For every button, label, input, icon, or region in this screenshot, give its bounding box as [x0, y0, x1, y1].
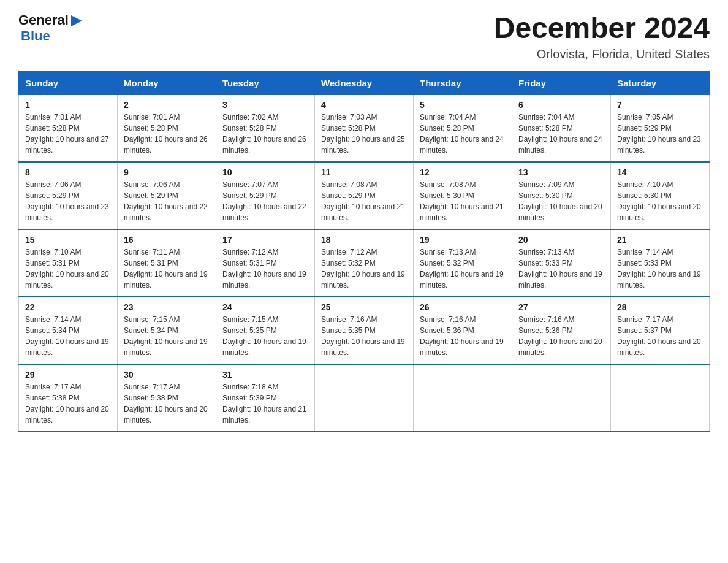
day-info: Sunrise: 7:18 AMSunset: 5:39 PMDaylight:… — [222, 381, 308, 426]
calendar-cell: 20Sunrise: 7:13 AMSunset: 5:33 PMDayligh… — [512, 229, 611, 297]
day-info: Sunrise: 7:16 AMSunset: 5:36 PMDaylight:… — [420, 314, 506, 358]
calendar-cell: 8Sunrise: 7:06 AMSunset: 5:29 PMDaylight… — [19, 162, 118, 229]
day-number: 6 — [518, 100, 604, 110]
calendar-cell: 17Sunrise: 7:12 AMSunset: 5:31 PMDayligh… — [216, 229, 315, 297]
day-number: 29 — [25, 370, 111, 380]
day-number: 9 — [124, 167, 210, 177]
calendar-cell: 22Sunrise: 7:14 AMSunset: 5:34 PMDayligh… — [19, 297, 118, 364]
logo-general-text: General — [18, 12, 69, 28]
calendar-cell — [611, 364, 710, 432]
calendar-cell: 3Sunrise: 7:02 AMSunset: 5:28 PMDaylight… — [216, 94, 315, 162]
calendar-cell: 15Sunrise: 7:10 AMSunset: 5:31 PMDayligh… — [19, 229, 118, 297]
day-number: 22 — [25, 302, 111, 312]
calendar-cell: 21Sunrise: 7:14 AMSunset: 5:33 PMDayligh… — [611, 229, 710, 297]
calendar-cell: 7Sunrise: 7:05 AMSunset: 5:29 PMDaylight… — [611, 94, 710, 162]
day-number: 30 — [124, 370, 210, 380]
calendar-cell: 6Sunrise: 7:04 AMSunset: 5:28 PMDaylight… — [512, 94, 611, 162]
day-info: Sunrise: 7:04 AMSunset: 5:28 PMDaylight:… — [518, 112, 604, 156]
day-info: Sunrise: 7:09 AMSunset: 5:30 PMDaylight:… — [518, 179, 604, 223]
calendar-cell: 26Sunrise: 7:16 AMSunset: 5:36 PMDayligh… — [414, 297, 512, 364]
day-number: 18 — [321, 235, 407, 245]
calendar-cell: 27Sunrise: 7:16 AMSunset: 5:36 PMDayligh… — [512, 297, 611, 364]
calendar-title: December 2024 — [494, 12, 710, 45]
day-number: 2 — [124, 100, 210, 110]
day-number: 4 — [321, 100, 407, 110]
svg-marker-0 — [71, 15, 82, 26]
day-info: Sunrise: 7:11 AMSunset: 5:31 PMDaylight:… — [124, 247, 210, 291]
day-info: Sunrise: 7:06 AMSunset: 5:29 PMDaylight:… — [124, 179, 210, 223]
day-info: Sunrise: 7:07 AMSunset: 5:29 PMDaylight:… — [222, 179, 308, 223]
day-info: Sunrise: 7:02 AMSunset: 5:28 PMDaylight:… — [222, 112, 308, 156]
calendar-cell — [315, 364, 414, 432]
calendar-cell — [512, 364, 611, 432]
calendar-cell: 16Sunrise: 7:11 AMSunset: 5:31 PMDayligh… — [118, 229, 216, 297]
day-number: 25 — [321, 302, 407, 312]
calendar-cell: 11Sunrise: 7:08 AMSunset: 5:29 PMDayligh… — [315, 162, 414, 229]
logo: General Blue — [18, 12, 83, 44]
calendar-cell: 25Sunrise: 7:16 AMSunset: 5:35 PMDayligh… — [315, 297, 414, 364]
day-info: Sunrise: 7:01 AMSunset: 5:28 PMDaylight:… — [25, 112, 111, 156]
header-friday: Friday — [512, 71, 611, 94]
day-number: 5 — [420, 100, 506, 110]
day-info: Sunrise: 7:10 AMSunset: 5:31 PMDaylight:… — [25, 247, 111, 291]
calendar-cell: 5Sunrise: 7:04 AMSunset: 5:28 PMDaylight… — [414, 94, 512, 162]
day-number: 27 — [518, 302, 604, 312]
day-number: 15 — [25, 235, 111, 245]
calendar-cell: 2Sunrise: 7:01 AMSunset: 5:28 PMDaylight… — [118, 94, 216, 162]
day-info: Sunrise: 7:13 AMSunset: 5:32 PMDaylight:… — [420, 247, 506, 291]
day-info: Sunrise: 7:08 AMSunset: 5:29 PMDaylight:… — [321, 179, 407, 223]
header-saturday: Saturday — [611, 71, 710, 94]
day-info: Sunrise: 7:13 AMSunset: 5:33 PMDaylight:… — [518, 247, 604, 291]
calendar-cell: 24Sunrise: 7:15 AMSunset: 5:35 PMDayligh… — [216, 297, 315, 364]
header-monday: Monday — [118, 71, 216, 94]
day-number: 20 — [518, 235, 604, 245]
day-info: Sunrise: 7:15 AMSunset: 5:34 PMDaylight:… — [124, 314, 210, 358]
day-info: Sunrise: 7:17 AMSunset: 5:38 PMDaylight:… — [25, 381, 111, 426]
header-tuesday: Tuesday — [216, 71, 315, 94]
day-info: Sunrise: 7:05 AMSunset: 5:29 PMDaylight:… — [617, 112, 703, 156]
day-info: Sunrise: 7:04 AMSunset: 5:28 PMDaylight:… — [420, 112, 506, 156]
day-info: Sunrise: 7:14 AMSunset: 5:33 PMDaylight:… — [617, 247, 703, 291]
calendar-cell: 9Sunrise: 7:06 AMSunset: 5:29 PMDaylight… — [118, 162, 216, 229]
logo-arrow-icon — [70, 14, 83, 28]
day-info: Sunrise: 7:17 AMSunset: 5:38 PMDaylight:… — [124, 381, 210, 426]
day-number: 23 — [124, 302, 210, 312]
day-number: 26 — [420, 302, 506, 312]
day-number: 8 — [25, 167, 111, 177]
day-number: 28 — [617, 302, 703, 312]
calendar-cell: 1Sunrise: 7:01 AMSunset: 5:28 PMDaylight… — [19, 94, 118, 162]
calendar-cell: 18Sunrise: 7:12 AMSunset: 5:32 PMDayligh… — [315, 229, 414, 297]
calendar-cell: 28Sunrise: 7:17 AMSunset: 5:37 PMDayligh… — [611, 297, 710, 364]
day-info: Sunrise: 7:10 AMSunset: 5:30 PMDaylight:… — [617, 179, 703, 223]
calendar-week-row: 29Sunrise: 7:17 AMSunset: 5:38 PMDayligh… — [19, 364, 710, 432]
day-info: Sunrise: 7:14 AMSunset: 5:34 PMDaylight:… — [25, 314, 111, 358]
calendar-cell: 10Sunrise: 7:07 AMSunset: 5:29 PMDayligh… — [216, 162, 315, 229]
header-sunday: Sunday — [19, 71, 118, 94]
day-number: 1 — [25, 100, 111, 110]
day-info: Sunrise: 7:03 AMSunset: 5:28 PMDaylight:… — [321, 112, 407, 156]
day-number: 19 — [420, 235, 506, 245]
day-number: 11 — [321, 167, 407, 177]
day-number: 12 — [420, 167, 506, 177]
calendar-week-row: 8Sunrise: 7:06 AMSunset: 5:29 PMDaylight… — [19, 162, 710, 229]
calendar-cell: 13Sunrise: 7:09 AMSunset: 5:30 PMDayligh… — [512, 162, 611, 229]
calendar-cell: 19Sunrise: 7:13 AMSunset: 5:32 PMDayligh… — [414, 229, 512, 297]
day-number: 16 — [124, 235, 210, 245]
calendar-header-row: SundayMondayTuesdayWednesdayThursdayFrid… — [19, 71, 710, 94]
calendar-cell: 14Sunrise: 7:10 AMSunset: 5:30 PMDayligh… — [611, 162, 710, 229]
day-number: 31 — [222, 370, 308, 380]
day-info: Sunrise: 7:17 AMSunset: 5:37 PMDaylight:… — [617, 314, 703, 358]
calendar-week-row: 22Sunrise: 7:14 AMSunset: 5:34 PMDayligh… — [19, 297, 710, 364]
calendar-week-row: 1Sunrise: 7:01 AMSunset: 5:28 PMDaylight… — [19, 94, 710, 162]
logo-blue-text: Blue — [21, 28, 50, 44]
title-block: December 2024 Orlovista, Florida, United… — [494, 12, 710, 61]
day-info: Sunrise: 7:06 AMSunset: 5:29 PMDaylight:… — [25, 179, 111, 223]
calendar-table: SundayMondayTuesdayWednesdayThursdayFrid… — [18, 71, 710, 433]
day-number: 14 — [617, 167, 703, 177]
calendar-cell: 4Sunrise: 7:03 AMSunset: 5:28 PMDaylight… — [315, 94, 414, 162]
day-info: Sunrise: 7:08 AMSunset: 5:30 PMDaylight:… — [420, 179, 506, 223]
day-info: Sunrise: 7:16 AMSunset: 5:35 PMDaylight:… — [321, 314, 407, 358]
day-info: Sunrise: 7:12 AMSunset: 5:32 PMDaylight:… — [321, 247, 407, 291]
day-info: Sunrise: 7:01 AMSunset: 5:28 PMDaylight:… — [124, 112, 210, 156]
calendar-cell: 30Sunrise: 7:17 AMSunset: 5:38 PMDayligh… — [118, 364, 216, 432]
